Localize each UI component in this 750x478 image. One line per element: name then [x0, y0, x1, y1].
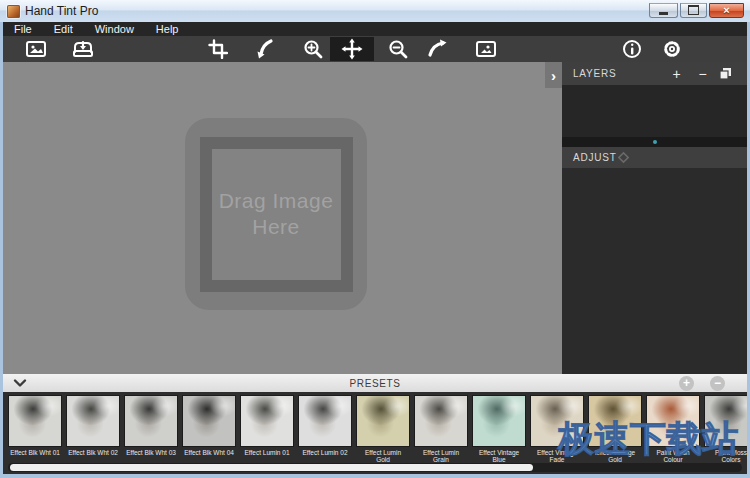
preset-thumbnail — [414, 395, 468, 447]
canvas-area[interactable]: Drag Image Here › — [3, 62, 562, 374]
preset-item[interactable]: Effect Vintage Blue — [472, 395, 526, 463]
chevron-right-icon: › — [551, 67, 556, 84]
settings-gear-icon — [662, 39, 682, 59]
preset-item[interactable]: Effect Blk Wht 04 — [182, 395, 236, 463]
splitter-handle-dot — [653, 140, 657, 144]
preset-thumbnail — [646, 395, 700, 447]
info-button[interactable] — [615, 37, 649, 61]
drop-zone[interactable]: Drag Image Here — [185, 118, 367, 310]
preset-label: Effect Blk Wht 02 — [66, 449, 120, 456]
presets-list: Effect Blk Wht 01 Effect Blk Wht 02 Effe… — [8, 395, 747, 463]
move-tool-icon — [341, 38, 363, 60]
preset-thumbnail — [298, 395, 352, 447]
close-button[interactable]: × — [709, 3, 744, 18]
preset-item[interactable]: Effect Lumin Gold — [356, 395, 410, 463]
preset-item[interactable]: Paint Wash Colour — [646, 395, 700, 463]
adjust-body — [562, 168, 747, 374]
zoom-out-button[interactable] — [381, 37, 415, 61]
adjust-reset-icon[interactable] — [617, 151, 640, 164]
undo-curve-icon — [254, 38, 276, 60]
window-title: Hand Tint Pro — [25, 4, 98, 18]
open-image-button[interactable] — [19, 37, 53, 61]
drop-zone-frame: Drag Image Here — [200, 137, 353, 292]
export-image-button[interactable] — [469, 37, 503, 61]
preset-label: Effect Lumin Gold — [356, 449, 410, 463]
side-panel: LAYERS + − ADJUST — [562, 62, 747, 374]
preset-label: Effect Blk Wht 01 — [8, 449, 62, 456]
open-image-icon — [25, 40, 47, 58]
preset-thumbnail — [240, 395, 294, 447]
preset-item[interactable]: Effect Vintage Fade — [530, 395, 584, 463]
crop-icon — [208, 39, 228, 59]
preset-item[interactable]: Effect Blk Wht 02 — [66, 395, 120, 463]
app-icon — [7, 5, 20, 18]
close-icon: × — [723, 4, 729, 16]
presets-scrollbar[interactable] — [8, 463, 742, 472]
preset-label: Effect Blk Wht 03 — [124, 449, 178, 456]
preset-label: Effect Lumin 02 — [298, 449, 352, 456]
zoom-out-icon — [388, 39, 409, 60]
preset-thumbnail — [8, 395, 62, 447]
preset-thumbnail — [124, 395, 178, 447]
settings-button[interactable] — [655, 37, 689, 61]
menu-bar: File Edit Window Help — [3, 22, 747, 36]
zoom-in-button[interactable] — [296, 37, 330, 61]
preset-thumbnail — [66, 395, 120, 447]
preset-thumbnail — [530, 395, 584, 447]
maximize-icon — [688, 5, 699, 15]
preset-thumbnail — [472, 395, 526, 447]
preset-label: Effect Blk Wht 04 — [182, 449, 236, 456]
rotate-right-button[interactable] — [420, 37, 454, 61]
preset-label: Paint Moss Colors — [704, 449, 747, 463]
drop-zone-text: Drag Image Here — [219, 188, 334, 241]
presets-title: PRESETS — [3, 378, 747, 389]
preset-thumbnail — [588, 395, 642, 447]
preset-label: Effect Vintage Gold — [588, 449, 642, 463]
presets-scrollbar-thumb[interactable] — [10, 464, 533, 471]
presets-strip: Effect Blk Wht 01 Effect Blk Wht 02 Effe… — [3, 392, 747, 474]
preset-thumbnail — [182, 395, 236, 447]
remove-layer-button[interactable]: − — [693, 66, 713, 82]
maximize-button[interactable] — [680, 3, 707, 18]
title-bar[interactable]: Hand Tint Pro × — [0, 0, 750, 23]
zoom-in-icon — [303, 39, 324, 60]
menu-help[interactable]: Help — [145, 23, 190, 35]
adjust-title: ADJUST — [573, 152, 617, 163]
menu-window[interactable]: Window — [84, 23, 145, 35]
preset-thumbnail — [356, 395, 410, 447]
duplicate-layer-icon — [719, 67, 739, 80]
preset-label: Paint Wash Colour — [646, 449, 700, 463]
menu-file[interactable]: File — [3, 23, 43, 35]
import-button[interactable] — [66, 37, 100, 61]
window-border-bottom — [0, 474, 750, 478]
panel-splitter[interactable] — [562, 137, 747, 147]
app-window: Hand Tint Pro × File Edit Window Help — [0, 0, 750, 478]
layers-list[interactable] — [562, 85, 747, 137]
menu-edit[interactable]: Edit — [43, 23, 84, 35]
move-tool-button[interactable] — [330, 37, 374, 61]
preset-item[interactable]: Effect Lumin 01 — [240, 395, 294, 463]
preset-item[interactable]: Paint Moss Colors — [704, 395, 747, 463]
minimize-icon — [659, 12, 668, 15]
preset-thumbnail — [704, 395, 747, 447]
layers-title: LAYERS — [573, 68, 617, 79]
panel-collapse-button[interactable]: › — [545, 62, 562, 88]
export-image-icon — [475, 40, 497, 58]
preset-item[interactable]: Effect Vintage Gold — [588, 395, 642, 463]
presets-header: PRESETS + − — [3, 374, 747, 393]
crop-button[interactable] — [201, 37, 235, 61]
preset-label: Effect Lumin 01 — [240, 449, 294, 456]
duplicate-layer-button[interactable] — [719, 67, 739, 80]
preset-item[interactable]: Effect Blk Wht 03 — [124, 395, 178, 463]
redo-curve-icon — [426, 38, 448, 60]
minimize-button[interactable] — [649, 3, 678, 18]
layers-header: LAYERS + − — [562, 62, 747, 85]
import-icon — [71, 40, 95, 58]
toolbar — [3, 36, 747, 63]
preset-item[interactable]: Effect Lumin Grain — [414, 395, 468, 463]
add-layer-button[interactable]: + — [667, 66, 687, 82]
preset-item[interactable]: Effect Lumin 02 — [298, 395, 352, 463]
info-icon — [622, 39, 642, 59]
preset-item[interactable]: Effect Blk Wht 01 — [8, 395, 62, 463]
rotate-left-button[interactable] — [248, 37, 282, 61]
